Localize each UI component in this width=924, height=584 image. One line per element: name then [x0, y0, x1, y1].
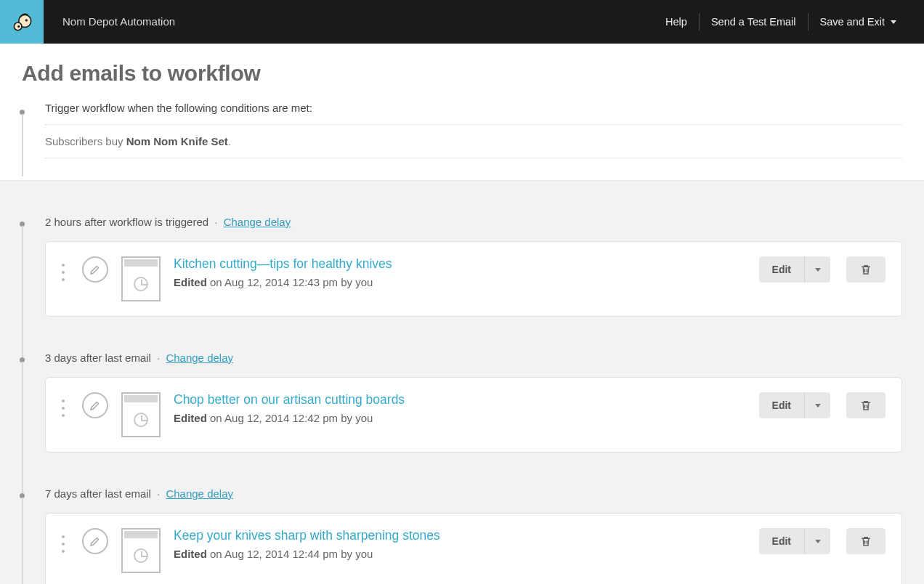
email-card: Kitchen cutting—tips for healthy knives … — [45, 241, 902, 317]
drag-handle-icon[interactable] — [62, 400, 69, 417]
top-bar: Nom Depot Automation Help Send a Test Em… — [0, 0, 924, 44]
drag-handle-icon[interactable] — [62, 264, 69, 281]
email-card: Chop better on our artisan cutting board… — [45, 377, 902, 453]
svg-point-3 — [17, 25, 20, 28]
edit-button[interactable]: Edit — [759, 256, 804, 283]
email-title-link[interactable]: Chop better on our artisan cutting board… — [174, 392, 746, 407]
design-icon[interactable] — [82, 392, 108, 418]
workflow-step: 2 hours after workflow is triggered · Ch… — [22, 216, 902, 317]
email-info: Keep your knives sharp with sharpening s… — [174, 528, 746, 560]
workflow-step: 3 days after last email · Change delay C… — [22, 352, 902, 453]
edit-dropdown-button[interactable] — [804, 528, 830, 554]
pencil-icon — [89, 535, 102, 548]
help-link[interactable]: Help — [654, 13, 699, 31]
edit-button[interactable]: Edit — [759, 528, 804, 554]
drag-handle-icon[interactable] — [62, 535, 69, 553]
trash-icon — [859, 535, 872, 548]
email-meta: Edited on Aug 12, 2014 12:42 pm by you — [174, 412, 746, 424]
step-delay-header: 7 days after last email · Change delay — [45, 487, 902, 500]
clock-icon — [134, 277, 148, 291]
email-card: Keep your knives sharp with sharpening s… — [45, 513, 902, 584]
timeline-line — [22, 498, 23, 584]
separator: · — [157, 487, 160, 500]
pencil-icon — [89, 399, 102, 412]
change-delay-link[interactable]: Change delay — [166, 487, 233, 500]
email-meta: Edited on Aug 12, 2014 12:44 pm by you — [174, 548, 746, 560]
card-actions: Edit — [759, 392, 885, 418]
design-icon[interactable] — [82, 528, 108, 554]
email-info: Kitchen cutting—tips for healthy knives … — [174, 256, 746, 288]
card-actions: Edit — [759, 528, 885, 554]
trigger-heading: Trigger workflow when the following cond… — [45, 102, 902, 125]
step-delay-header: 3 days after last email · Change delay — [45, 352, 902, 364]
chevron-down-icon — [815, 268, 821, 272]
timeline-line — [22, 362, 23, 507]
clock-icon — [134, 548, 148, 563]
workflow-step: 7 days after last email · Change delay K… — [22, 487, 902, 584]
timeline-line — [22, 226, 23, 371]
edit-dropdown-button[interactable] — [804, 256, 830, 283]
edit-button-group: Edit — [759, 528, 830, 554]
delete-button[interactable] — [846, 392, 885, 418]
mailchimp-logo[interactable] — [0, 0, 44, 44]
edit-button-group: Edit — [759, 256, 830, 283]
change-delay-link[interactable]: Change delay — [224, 216, 291, 228]
delay-text: 2 hours after workflow is triggered — [45, 216, 208, 228]
trigger-section: Add emails to workflow Trigger workflow … — [0, 44, 924, 181]
chevron-down-icon — [815, 540, 821, 543]
freddie-icon — [9, 9, 34, 34]
send-test-link[interactable]: Send a Test Email — [699, 13, 808, 31]
delay-text: 3 days after last email — [45, 352, 151, 364]
trigger-suffix: . — [228, 135, 231, 147]
delay-text: 7 days after last email — [45, 487, 151, 500]
clock-icon — [134, 413, 148, 427]
email-info: Chop better on our artisan cutting board… — [174, 392, 746, 424]
separator: · — [214, 216, 217, 228]
edit-button-group: Edit — [759, 392, 830, 418]
step-delay-header: 2 hours after workflow is triggered · Ch… — [45, 216, 902, 228]
delete-button[interactable] — [846, 528, 885, 554]
svg-point-2 — [25, 19, 28, 21]
save-and-exit-label: Save and Exit — [820, 13, 885, 31]
separator: · — [157, 352, 160, 364]
email-thumbnail[interactable] — [121, 256, 161, 301]
card-actions: Edit — [759, 256, 885, 283]
design-icon[interactable] — [82, 256, 108, 283]
edit-button[interactable]: Edit — [759, 392, 804, 418]
email-thumbnail[interactable] — [121, 528, 161, 573]
trigger-condition: Subscribers buy Nom Nom Knife Set. — [45, 125, 902, 158]
email-title-link[interactable]: Kitchen cutting—tips for healthy knives — [174, 256, 746, 272]
campaign-name[interactable]: Nom Depot Automation — [44, 0, 194, 44]
pencil-icon — [89, 263, 102, 276]
trigger-product: Nom Nom Knife Set — [126, 135, 228, 147]
trash-icon — [859, 399, 872, 412]
page-title: Add emails to workflow — [22, 61, 902, 86]
chevron-down-icon — [815, 404, 821, 407]
delete-button[interactable] — [846, 256, 885, 283]
email-meta: Edited on Aug 12, 2014 12:43 pm by you — [174, 276, 746, 288]
edit-dropdown-button[interactable] — [804, 392, 830, 418]
chevron-down-icon — [891, 20, 896, 24]
email-thumbnail[interactable] — [121, 392, 161, 437]
change-delay-link[interactable]: Change delay — [166, 352, 233, 364]
top-actions: Help Send a Test Email Save and Exit — [654, 0, 924, 44]
email-title-link[interactable]: Keep your knives sharp with sharpening s… — [174, 528, 746, 543]
save-and-exit-button[interactable]: Save and Exit — [808, 13, 908, 31]
trigger-prefix: Subscribers buy — [45, 135, 126, 147]
trash-icon — [859, 263, 872, 276]
workflow-steps: 2 hours after workflow is triggered · Ch… — [22, 181, 902, 584]
timeline-line — [22, 114, 23, 177]
